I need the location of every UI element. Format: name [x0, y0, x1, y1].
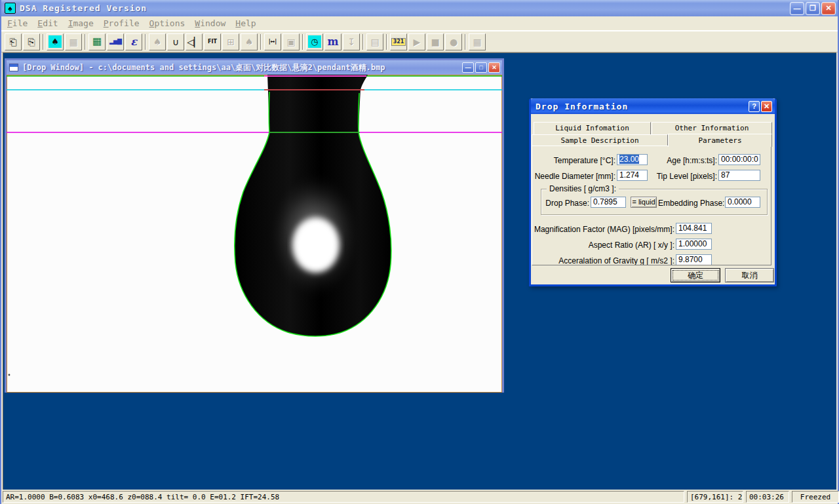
toolbar-fit-method-button[interactable]: FIT — [204, 33, 221, 50]
calipers-icon: |↔| — [269, 39, 277, 45]
epsilon-analysis-icon: ε — [130, 37, 137, 47]
temperature-label: Temperature [°C]: — [532, 156, 615, 165]
menu-window[interactable]: Window — [195, 18, 225, 28]
menu-profile[interactable]: Profile — [104, 18, 140, 28]
result-table-icon: ▦ — [92, 37, 102, 47]
toolbar-separator — [362, 34, 364, 50]
toolbar-calipers-button[interactable]: |↔| — [264, 33, 281, 50]
toolbar-baseline-button[interactable]: ◁▏ — [185, 33, 203, 50]
toolbar-result-chart-button[interactable]: ▂▅▇ — [107, 33, 124, 50]
gravity-label: Acceralation of Gravity g [ m/s2 ]: — [532, 256, 674, 265]
toolbar-print-button: ▤ — [366, 33, 383, 50]
restore-button[interactable]: ❐ — [806, 2, 820, 15]
toolbar-dosing-syringe-button: ↧ — [343, 33, 360, 50]
tab-sample-description[interactable]: Sample Description — [532, 134, 668, 146]
play-icon: ▶ — [414, 37, 421, 47]
grid-overlay-icon: ▦ — [69, 37, 77, 47]
drop-window: [Drop Window] - c:\documents and setting… — [5, 58, 504, 393]
close-button[interactable]: ✕ — [821, 2, 836, 15]
drop-window-titlebar[interactable]: [Drop Window] - c:\documents and setting… — [7, 60, 502, 75]
embedding-phase-label: Embedding Phase: — [658, 199, 724, 208]
toolbar-load-profile-button[interactable]: ⎗ — [5, 33, 22, 50]
menu-edit[interactable]: Edit — [37, 18, 58, 28]
app-drop-icon: ♠ — [5, 3, 16, 14]
toolbar-separator — [302, 34, 303, 50]
pixel-info-panel: [679,161]: 255 — [687, 491, 743, 503]
needle-diameter-label: Needle Diameter [mm]: — [532, 172, 615, 181]
tab-parameters[interactable]: Parameters — [668, 134, 772, 147]
toolbar: ⎗⎘♠▦▦▂▅▇ε♠∪◁▏FIT⊞♠|↔|▣◷m↧▤321▶■●▦ — [1, 31, 838, 52]
liquid-toggle-button[interactable]: = liquid — [631, 197, 657, 208]
drop-window-maximize-button[interactable]: □ — [475, 62, 487, 73]
document-icon — [9, 64, 18, 71]
temperature-input[interactable]: 23.00 — [617, 154, 648, 165]
dosing-syringe-icon: ↧ — [347, 37, 355, 47]
toolbar-drop-illumination-button: ♠ — [149, 33, 166, 50]
toolbar-separator — [145, 34, 146, 50]
toolbar-grid-overlay-button: ▦ — [65, 33, 82, 50]
embedding-phase-input[interactable]: 0.0000 — [725, 197, 760, 208]
parameters-tab-panel: Temperature [°C]: 23.00 Age [h:m:s:ts]: … — [532, 145, 771, 265]
drop-information-dialog: Drop Information ? ✕ Liquid Infomation O… — [529, 98, 777, 286]
tab-other-information[interactable]: Other Information — [652, 122, 772, 134]
toolbar-separator — [43, 34, 44, 50]
menu-image[interactable]: Image — [68, 18, 94, 28]
toolbar-magnification-button[interactable]: m — [324, 33, 341, 50]
menu-bar: FileEditImageProfileOptionsWindowHelp — [1, 16, 838, 31]
toolbar-separator — [386, 34, 387, 50]
menu-help[interactable]: Help — [235, 18, 256, 28]
aspect-ratio-input[interactable]: 1.00000 — [676, 239, 712, 250]
menu-file[interactable]: File — [7, 18, 28, 28]
dialog-close-button[interactable]: ✕ — [761, 101, 772, 112]
toolbar-frame-grabber-button: ▦ — [469, 33, 486, 50]
menu-options[interactable]: Options — [149, 18, 185, 28]
load-profile-icon: ⎗ — [9, 37, 16, 47]
toolbar-record-button: ● — [445, 33, 462, 50]
app-title: DSA Registered Version — [20, 3, 790, 13]
dialog-help-button[interactable]: ? — [749, 101, 760, 112]
result-chart-icon: ▂▅▇ — [109, 39, 121, 45]
timer-panel: 00:03:26 — [746, 491, 789, 503]
toolbar-timer-clock-button[interactable]: ◷ — [306, 33, 323, 50]
timer-clock-icon: ◷ — [308, 35, 321, 48]
drop-image-canvas[interactable] — [7, 75, 502, 393]
magnification-icon: m — [328, 37, 339, 47]
stop-icon: ■ — [431, 37, 439, 47]
lamp-highlight — [292, 218, 340, 273]
toolbar-result-table-button[interactable]: ▦ — [88, 33, 106, 50]
dialog-titlebar[interactable]: Drop Information ? ✕ — [531, 98, 775, 114]
save-profile-icon: ⎘ — [28, 37, 35, 47]
baseline-icon: ◁▏ — [187, 37, 201, 47]
minimize-button[interactable]: — — [790, 2, 804, 15]
toolbar-separator — [465, 34, 466, 50]
ok-button[interactable]: 确定 — [671, 268, 720, 282]
drop-window-title: [Drop Window] - c:\documents and setting… — [22, 62, 462, 73]
cancel-button[interactable]: 取消 — [725, 268, 774, 282]
gravity-input[interactable]: 9.8700 — [676, 254, 712, 265]
drop-snapshot-icon: ♠ — [49, 35, 62, 48]
toolbar-fit-window-button: ⊞ — [222, 33, 239, 50]
needle-diameter-input[interactable]: 1.274 — [617, 170, 648, 181]
aspect-ratio-label: Aspect Ratio (AR) [ x/y ]: — [532, 241, 674, 250]
record-icon: ● — [450, 37, 458, 47]
toolbar-drop-contour-button[interactable]: ∪ — [167, 33, 184, 50]
age-input[interactable]: 00:00:00:0 — [718, 154, 760, 165]
tab-liquid-information[interactable]: Liquid Infomation — [534, 122, 651, 134]
copy-results-icon: ▣ — [286, 37, 295, 47]
needle-detect-icon: ♠ — [245, 37, 254, 47]
drop-window-close-button[interactable]: ✕ — [488, 62, 500, 73]
drop-window-minimize-button[interactable]: — — [462, 62, 474, 73]
toolbar-separator — [85, 34, 86, 50]
toolbar-save-profile-button[interactable]: ⎘ — [23, 33, 40, 50]
magnification-input[interactable]: 104.841 — [676, 223, 712, 234]
toolbar-video-sequence-321-button[interactable]: 321 — [390, 33, 407, 50]
toolbar-epsilon-analysis-button[interactable]: ε — [125, 33, 142, 50]
camera-state-panel: Freezed — [792, 491, 839, 503]
drop-contour-icon: ∪ — [172, 37, 179, 47]
drop-phase-input[interactable]: 0.7895 — [591, 197, 626, 208]
toolbar-drop-snapshot-button[interactable]: ♠ — [47, 33, 64, 50]
tip-level-label: Tip Level [pixels]: — [649, 172, 717, 181]
status-bar: AR=1.0000 B=0.6083 x0=468.6 z0=088.4 til… — [1, 490, 838, 504]
tip-level-input[interactable]: 87 — [718, 170, 760, 181]
magnification-label: Magnification Factor (MAG) [pixels/mm]: — [532, 225, 674, 234]
